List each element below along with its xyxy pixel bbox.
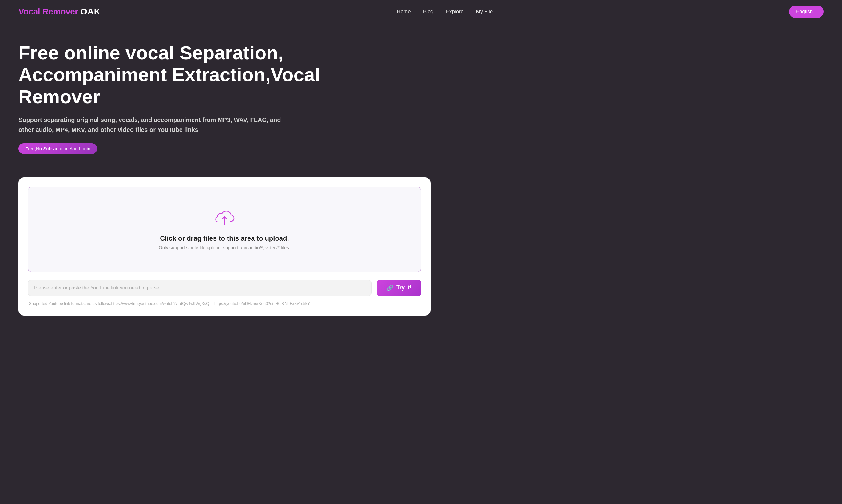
url-hint: Supported Youtube link formats are as fo… [28,301,421,307]
logo-oak-text: OAK [81,7,101,17]
hero-title: Free online vocal Separation, Accompanim… [18,42,357,108]
upload-dropzone[interactable]: Click or drag files to this area to uplo… [28,186,421,272]
logo-vocal-text: Vocal Remover [18,7,78,17]
upload-card: Click or drag files to this area to uplo… [18,177,431,316]
link-icon: 🔗 [387,285,393,291]
youtube-url-input[interactable] [28,280,372,296]
url-row: 🔗 Try It! [28,280,421,296]
hero-subtitle: Support separating original song, vocals… [18,115,295,134]
nav-explore[interactable]: Explore [446,8,464,15]
try-btn-label: Try It! [397,285,411,291]
try-it-button[interactable]: 🔗 Try It! [377,280,421,296]
nav-blog[interactable]: Blog [423,8,434,15]
nav-home[interactable]: Home [397,8,410,15]
cloud-upload-icon [214,209,235,228]
chevron-right-icon: › [815,9,817,14]
navbar: Vocal Remover OAK Home Blog Explore My F… [0,0,842,23]
language-button[interactable]: English › [789,5,824,18]
logo: Vocal Remover OAK [18,7,101,17]
nav-links: Home Blog Explore My File [397,8,493,15]
language-label: English [796,8,813,15]
dropzone-sub-text: Only support single file upload, support… [159,245,290,250]
dropzone-main-text: Click or drag files to this area to uplo… [160,234,289,242]
nav-myfile[interactable]: My File [476,8,493,15]
hero-section: Free online vocal Separation, Accompanim… [0,23,842,177]
free-badge: Free,No Subscription And Login [18,143,97,154]
